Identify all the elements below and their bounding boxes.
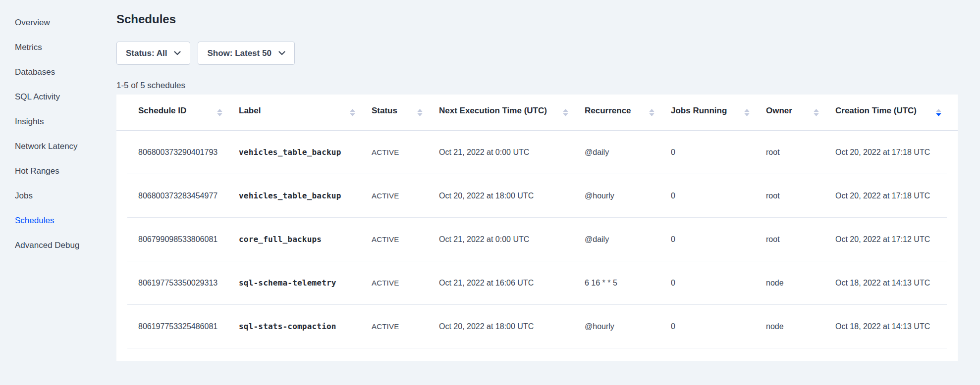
filter-bar: Status: All Show: Latest 50 — [116, 42, 980, 65]
show-filter-label: Show: Latest 50 — [207, 48, 271, 58]
column-header-label[interactable]: Label — [239, 106, 372, 119]
column-header-schedule-id[interactable]: Schedule ID — [116, 106, 239, 119]
column-header-jobs-running[interactable]: Jobs Running — [671, 106, 766, 119]
owner-cell: node — [766, 279, 835, 288]
chevron-down-icon — [174, 51, 181, 55]
table-row: 806800373283454977 vehicles_table_backup… — [127, 174, 947, 218]
owner-cell: root — [766, 235, 835, 244]
owner-cell: node — [766, 322, 835, 331]
schedule-id-cell: 806800373290401793 — [127, 148, 239, 157]
schedules-table-header: Schedule ID Label Status Next Execution … — [116, 95, 958, 131]
schedule-id-cell: 806800373283454977 — [127, 192, 239, 200]
table-row: 806800373290401793 vehicles_table_backup… — [127, 131, 947, 174]
table-row: 806799098533806081 core_full_backups ACT… — [127, 218, 947, 261]
jobs-running-cell: 0 — [671, 148, 766, 157]
status-cell: ACTIVE — [372, 148, 439, 156]
next-execution-cell: Oct 21, 2022 at 0:00 UTC — [439, 148, 585, 157]
label-cell: sql-schema-telemetry — [239, 278, 372, 288]
schedule-id-cell: 806197753350029313 — [127, 279, 239, 288]
label-cell: vehicles_table_backup — [239, 147, 372, 157]
column-header-next-execution[interactable]: Next Execution Time (UTC) — [439, 106, 585, 119]
sidebar-item-overview[interactable]: Overview — [15, 18, 116, 28]
creation-time-cell: Oct 20, 2022 at 17:18 UTC — [835, 192, 947, 200]
table-row: 806197753350029313 sql-schema-telemetry … — [127, 261, 947, 305]
recurrence-cell: @hourly — [585, 322, 671, 331]
next-execution-cell: Oct 21, 2022 at 0:00 UTC — [439, 235, 585, 244]
page-title: Schedules — [116, 12, 980, 27]
table-row: 806197753325486081 sql-stats-compaction … — [127, 305, 947, 348]
schedule-id-cell: 806799098533806081 — [127, 235, 239, 244]
sort-icon[interactable] — [649, 109, 654, 116]
column-header-owner[interactable]: Owner — [766, 106, 835, 119]
sidebar-item-metrics[interactable]: Metrics — [15, 43, 116, 52]
status-cell: ACTIVE — [372, 322, 439, 331]
sidebar-item-jobs[interactable]: Jobs — [15, 191, 116, 201]
results-count: 1-5 of 5 schedules — [116, 81, 980, 91]
owner-cell: root — [766, 148, 835, 157]
sort-icon[interactable] — [563, 109, 568, 116]
next-execution-cell: Oct 20, 2022 at 18:00 UTC — [439, 192, 585, 200]
sort-icon[interactable] — [417, 109, 423, 116]
sort-icon[interactable] — [814, 109, 819, 116]
creation-time-cell: Oct 18, 2022 at 14:13 UTC — [835, 322, 947, 331]
creation-time-cell: Oct 20, 2022 at 17:12 UTC — [835, 235, 947, 244]
label-cell: sql-stats-compaction — [239, 322, 372, 331]
jobs-running-cell: 0 — [671, 279, 766, 288]
db-console-app: OverviewMetricsDatabasesSQL ActivityInsi… — [0, 0, 980, 385]
next-execution-cell: Oct 20, 2022 at 18:00 UTC — [439, 322, 585, 331]
schedules-table-card: Schedule ID Label Status Next Execution … — [116, 95, 958, 361]
status-filter-dropdown[interactable]: Status: All — [116, 42, 190, 65]
status-cell: ACTIVE — [372, 192, 439, 200]
sidebar-item-hot-ranges[interactable]: Hot Ranges — [15, 166, 116, 176]
sort-icon[interactable] — [350, 109, 355, 116]
show-filter-dropdown[interactable]: Show: Latest 50 — [198, 42, 294, 65]
sidebar-item-databases[interactable]: Databases — [15, 67, 116, 77]
schedules-table-body: 806800373290401793 vehicles_table_backup… — [116, 131, 958, 348]
sidebar-item-schedules[interactable]: Schedules — [15, 216, 116, 226]
label-cell: vehicles_table_backup — [239, 191, 372, 200]
label-cell: core_full_backups — [239, 235, 372, 244]
sort-icon[interactable] — [936, 109, 941, 116]
creation-time-cell: Oct 18, 2022 at 14:13 UTC — [835, 279, 947, 288]
sidebar-item-advanced-debug[interactable]: Advanced Debug — [15, 241, 116, 250]
sort-icon[interactable] — [217, 109, 222, 116]
sort-icon[interactable] — [744, 109, 750, 116]
recurrence-cell: @daily — [585, 235, 671, 244]
column-header-recurrence[interactable]: Recurrence — [585, 106, 671, 119]
sidebar-nav: OverviewMetricsDatabasesSQL ActivityInsi… — [0, 0, 116, 385]
main-content: Schedules Status: All Show: Latest 50 1-… — [116, 0, 980, 385]
jobs-running-cell: 0 — [671, 192, 766, 200]
schedule-id-cell: 806197753325486081 — [127, 322, 239, 331]
next-execution-cell: Oct 21, 2022 at 16:06 UTC — [439, 279, 585, 288]
recurrence-cell: @daily — [585, 148, 671, 157]
recurrence-cell: 6 16 * * 5 — [585, 279, 671, 288]
status-cell: ACTIVE — [372, 235, 439, 243]
sidebar-item-insights[interactable]: Insights — [15, 117, 116, 127]
recurrence-cell: @hourly — [585, 192, 671, 200]
owner-cell: root — [766, 192, 835, 200]
jobs-running-cell: 0 — [671, 235, 766, 244]
sidebar-item-network-latency[interactable]: Network Latency — [15, 142, 116, 151]
status-filter-label: Status: All — [126, 48, 167, 58]
sidebar-item-sql-activity[interactable]: SQL Activity — [15, 92, 116, 102]
column-header-status[interactable]: Status — [372, 106, 439, 119]
column-header-creation-time[interactable]: Creation Time (UTC) — [835, 106, 958, 119]
creation-time-cell: Oct 20, 2022 at 17:18 UTC — [835, 148, 947, 157]
status-cell: ACTIVE — [372, 279, 439, 287]
chevron-down-icon — [278, 51, 285, 55]
jobs-running-cell: 0 — [671, 322, 766, 331]
